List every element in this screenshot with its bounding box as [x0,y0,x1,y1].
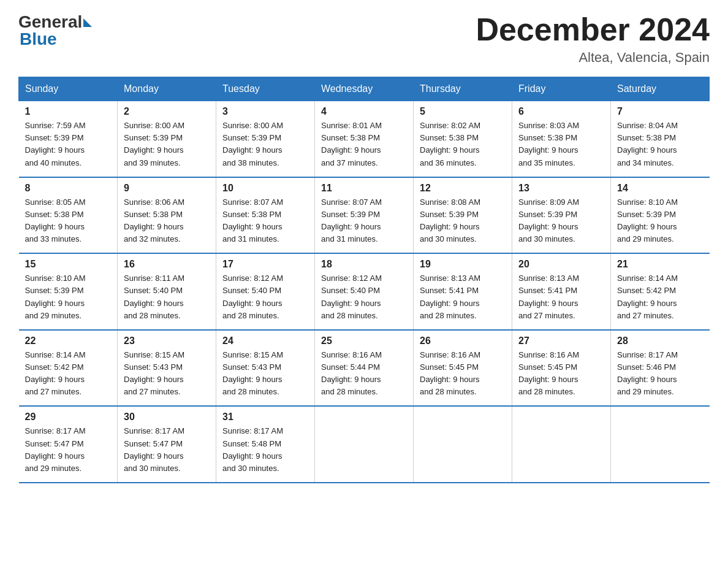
week-row-1: 1 Sunrise: 7:59 AM Sunset: 5:39 PM Dayli… [19,101,710,177]
sunset-label: Sunset: 5:38 PM [222,210,281,219]
sunset-label: Sunset: 5:41 PM [420,286,479,295]
sunset-label: Sunset: 5:38 PM [25,210,84,219]
daylight-minutes: and 27 minutes. [518,311,575,320]
sunrise-label: Sunrise: 8:03 AM [518,121,579,130]
sunrise-label: Sunrise: 8:17 AM [222,426,283,435]
day-info: Sunrise: 8:07 AM Sunset: 5:38 PM Dayligh… [222,196,308,246]
sunrise-label: Sunrise: 8:13 AM [518,274,579,283]
sunrise-label: Sunrise: 8:12 AM [222,274,283,283]
daylight-label: Daylight: 9 hours [518,222,578,231]
sunset-label: Sunset: 5:39 PM [518,210,577,219]
day-cell: 11 Sunrise: 8:07 AM Sunset: 5:39 PM Dayl… [315,177,414,254]
day-number: 31 [222,412,308,423]
day-number: 8 [25,183,112,194]
day-number: 23 [124,335,210,347]
day-number: 3 [222,106,308,117]
day-info: Sunrise: 8:17 AM Sunset: 5:48 PM Dayligh… [222,425,308,475]
day-cell: 2 Sunrise: 8:00 AM Sunset: 5:39 PM Dayli… [118,101,216,177]
daylight-minutes: and 31 minutes. [321,234,378,243]
day-cell: 3 Sunrise: 8:00 AM Sunset: 5:39 PM Dayli… [216,101,315,177]
day-cell: 19 Sunrise: 8:13 AM Sunset: 5:41 PM Dayl… [414,253,512,330]
sunrise-label: Sunrise: 8:15 AM [222,350,283,359]
day-info: Sunrise: 8:16 AM Sunset: 5:44 PM Dayligh… [321,349,407,399]
sunrise-label: Sunrise: 8:07 AM [321,197,382,207]
day-number: 2 [124,106,210,117]
sunset-label: Sunset: 5:45 PM [420,362,479,372]
day-cell: 13 Sunrise: 8:09 AM Sunset: 5:39 PM Dayl… [512,177,611,254]
day-cell [611,406,710,483]
sunrise-label: Sunrise: 8:09 AM [518,197,579,207]
daylight-label: Daylight: 9 hours [518,375,578,384]
daylight-minutes: and 37 minutes. [321,158,378,167]
title-area: December 2024 Altea, Valencia, Spain [476,12,710,66]
sunset-label: Sunset: 5:42 PM [617,286,676,295]
sunrise-label: Sunrise: 8:00 AM [124,121,184,130]
sunset-label: Sunset: 5:39 PM [222,133,281,142]
daylight-minutes: and 29 minutes. [617,387,674,396]
day-cell: 8 Sunrise: 8:05 AM Sunset: 5:38 PM Dayli… [19,177,118,254]
daylight-label: Daylight: 9 hours [25,451,85,461]
sunset-label: Sunset: 5:39 PM [420,210,479,219]
location-subtitle: Altea, Valencia, Spain [476,50,710,66]
daylight-label: Daylight: 9 hours [518,299,578,308]
sunrise-label: Sunrise: 8:13 AM [420,274,480,283]
header-cell-wednesday: Wednesday [315,77,414,101]
day-info: Sunrise: 8:17 AM Sunset: 5:47 PM Dayligh… [25,425,112,475]
day-info: Sunrise: 8:00 AM Sunset: 5:39 PM Dayligh… [124,120,210,169]
day-cell: 18 Sunrise: 8:12 AM Sunset: 5:40 PM Dayl… [315,253,414,330]
day-cell: 30 Sunrise: 8:17 AM Sunset: 5:47 PM Dayl… [118,406,216,483]
day-info: Sunrise: 8:00 AM Sunset: 5:39 PM Dayligh… [222,120,308,169]
sunset-label: Sunset: 5:47 PM [124,439,183,448]
day-cell: 12 Sunrise: 8:08 AM Sunset: 5:39 PM Dayl… [414,177,512,254]
day-number: 4 [321,106,407,117]
day-cell: 9 Sunrise: 8:06 AM Sunset: 5:38 PM Dayli… [118,177,216,254]
daylight-minutes: and 29 minutes. [617,234,674,243]
header-cell-thursday: Thursday [414,77,512,101]
day-number: 24 [222,335,308,347]
sunset-label: Sunset: 5:42 PM [25,362,84,372]
day-cell [512,406,611,483]
day-cell: 28 Sunrise: 8:17 AM Sunset: 5:46 PM Dayl… [611,330,710,407]
daylight-label: Daylight: 9 hours [25,299,85,308]
day-info: Sunrise: 8:14 AM Sunset: 5:42 PM Dayligh… [25,349,112,399]
day-number: 7 [617,106,703,117]
header-cell-monday: Monday [118,77,216,101]
sunrise-label: Sunrise: 8:17 AM [124,426,184,435]
sunset-label: Sunset: 5:41 PM [518,286,577,295]
day-number: 28 [617,335,703,347]
day-number: 16 [124,259,210,270]
sunset-label: Sunset: 5:40 PM [124,286,183,295]
logo-triangle-icon [83,18,92,27]
day-cell: 1 Sunrise: 7:59 AM Sunset: 5:39 PM Dayli… [19,101,118,177]
sunset-label: Sunset: 5:48 PM [222,439,281,448]
daylight-minutes: and 30 minutes. [222,464,279,473]
daylight-label: Daylight: 9 hours [420,222,480,231]
day-cell [315,406,414,483]
day-cell: 6 Sunrise: 8:03 AM Sunset: 5:38 PM Dayli… [512,101,611,177]
sunrise-label: Sunrise: 8:05 AM [25,197,86,207]
sunset-label: Sunset: 5:45 PM [518,362,577,372]
day-number: 21 [617,259,703,270]
sunset-label: Sunset: 5:39 PM [321,210,380,219]
daylight-label: Daylight: 9 hours [222,299,282,308]
daylight-label: Daylight: 9 hours [518,145,578,155]
day-info: Sunrise: 8:01 AM Sunset: 5:38 PM Dayligh… [321,120,407,169]
page-header: General Blue December 2024 Altea, Valenc… [18,12,710,66]
sunrise-label: Sunrise: 8:10 AM [25,274,86,283]
calendar-header: SundayMondayTuesdayWednesdayThursdayFrid… [19,77,710,101]
daylight-minutes: and 40 minutes. [25,158,82,167]
daylight-label: Daylight: 9 hours [25,145,85,155]
sunrise-label: Sunrise: 8:17 AM [617,350,678,359]
sunset-label: Sunset: 5:43 PM [222,362,281,372]
week-row-3: 15 Sunrise: 8:10 AM Sunset: 5:39 PM Dayl… [19,253,710,330]
sunset-label: Sunset: 5:39 PM [124,133,183,142]
day-number: 27 [518,335,604,347]
day-info: Sunrise: 8:11 AM Sunset: 5:40 PM Dayligh… [124,272,210,322]
daylight-minutes: and 28 minutes. [124,311,181,320]
sunset-label: Sunset: 5:38 PM [617,133,676,142]
day-info: Sunrise: 8:03 AM Sunset: 5:38 PM Dayligh… [518,120,604,169]
daylight-minutes: and 30 minutes. [420,234,477,243]
daylight-label: Daylight: 9 hours [321,299,381,308]
sunset-label: Sunset: 5:43 PM [124,362,183,372]
daylight-minutes: and 27 minutes. [617,311,674,320]
